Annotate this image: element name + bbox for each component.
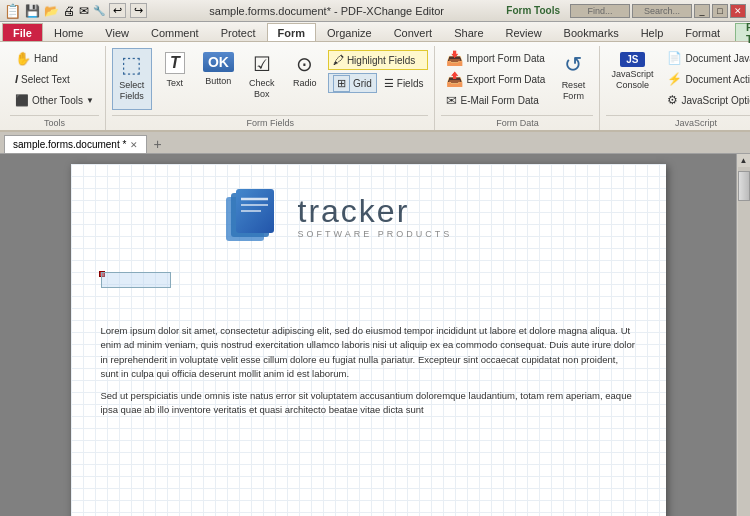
tab-form-tools[interactable]: Form Tools [735,23,750,41]
undo-btn[interactable]: ↩ [109,3,126,18]
tab-protect[interactable]: Protect [210,23,267,41]
quick-access-print[interactable]: 🖨 [63,4,75,18]
reset-label: ResetForm [562,80,586,102]
export-form-data-btn[interactable]: 📤 Export Form Data [441,69,550,89]
minimize-btn[interactable]: _ [694,4,710,18]
redo-btn[interactable]: ↪ [130,3,147,18]
javascript-console-btn[interactable]: JS JavaScriptConsole [606,48,658,110]
js-console-icon: JS [620,52,644,67]
email-form-data-btn[interactable]: ✉ E-Mail Form Data [441,90,550,110]
other-tools-btn[interactable]: ⬛ Other Tools ▼ [10,90,99,110]
scroll-up-btn[interactable]: ▲ [738,154,750,167]
scroll-track[interactable] [738,167,750,516]
highlight-label: Highlight Fields [347,55,415,66]
form-data-right-col: 📥 Import Form Data 📤 Export Form Data ✉ … [441,48,550,110]
tab-close-btn[interactable]: ✕ [130,140,138,150]
other-tools-icon: ⬛ [15,94,29,107]
document-javascript-btn[interactable]: 📄 Document JavaScript [662,48,750,68]
page-canvas: tracker SOFTWARE PRODUCTS Lorem ipsum do… [0,154,736,516]
select-fields-label: SelectFields [119,80,144,102]
highlight-fields-btn[interactable]: 🖍 Highlight Fields [328,50,429,70]
quick-access-save[interactable]: 💾 [25,4,40,18]
tools-group-content: ✋ Hand I Select Text ⬛ Other Tools ▼ [10,46,99,115]
reset-icon: ↺ [564,52,582,78]
select-text-btn[interactable]: I Select Text [10,69,99,89]
reset-form-btn[interactable]: ↺ ResetForm [553,48,593,110]
form-tools-label: Form Tools [506,5,560,16]
tab-share[interactable]: Share [443,23,494,41]
js-options-icon: ⚙ [667,93,678,107]
brand-subtitle: SOFTWARE PRODUCTS [298,229,453,239]
check-box-label: CheckBox [249,78,275,100]
grid-btn[interactable]: ⊞ Grid [328,73,377,93]
new-tab-btn[interactable]: + [147,135,167,153]
close-btn[interactable]: ✕ [730,4,746,18]
check-box-btn[interactable]: ☑ CheckBox [242,48,282,110]
ribbon-group-form-data: 📥 Import Form Data 📤 Export Form Data ✉ … [435,46,600,130]
tab-file[interactable]: File [2,23,43,41]
tab-view[interactable]: View [94,23,140,41]
maximize-btn[interactable]: □ [712,4,728,18]
tab-review[interactable]: Review [495,23,553,41]
search-field[interactable]: Search... [632,4,692,18]
hand-tool-btn[interactable]: ✋ Hand [10,48,99,68]
javascript-options-btn[interactable]: ⚙ JavaScript Options [662,90,750,110]
document-page: tracker SOFTWARE PRODUCTS Lorem ipsum do… [71,164,666,516]
radio-btn[interactable]: ⊙ Radio [285,48,325,110]
import-label: Import Form Data [466,53,544,64]
tab-convert[interactable]: Convert [383,23,444,41]
ribbon-group-tools: ✋ Hand I Select Text ⬛ Other Tools ▼ Too… [4,46,106,130]
logo-text: tracker SOFTWARE PRODUCTS [298,195,453,239]
fields-btn[interactable]: ☰ Fields [379,73,429,93]
find-field[interactable]: Find... [570,4,630,18]
javascript-group-label: JavaScript [606,115,750,130]
dropdown-arrow-icon: ▼ [86,96,94,105]
tab-organize[interactable]: Organize [316,23,383,41]
body-paragraph-1: Lorem ipsum dolor sit amet, consectetur … [101,324,636,381]
main-content: tracker SOFTWARE PRODUCTS Lorem ipsum do… [0,154,750,516]
active-document-tab[interactable]: sample.forms.document * ✕ [4,135,147,153]
grid-icon: ⊞ [333,75,350,92]
scroll-thumb[interactable] [738,171,750,201]
email-label: E-Mail Form Data [460,95,538,106]
radio-label: Radio [293,78,317,88]
check-box-icon: ☑ [253,52,271,76]
tab-form[interactable]: Form [267,23,317,41]
extra-fields-col: 🖍 Highlight Fields ⊞ Grid ☰ Fields [328,48,429,93]
toolbar-arrow[interactable]: 🔧 [93,5,105,16]
doc-actions-icon: ⚡ [667,72,682,86]
import-form-data-btn[interactable]: 📥 Import Form Data [441,48,550,68]
js-col: 📄 Document JavaScript ⚡ Document Actions… [662,48,750,110]
form-fields-group-label: Form Fields [112,115,429,130]
radio-icon: ⊙ [296,52,313,76]
brand-name: tracker [298,195,453,227]
logo-area: tracker SOFTWARE PRODUCTS [221,189,453,244]
ribbon: ✋ Hand I Select Text ⬛ Other Tools ▼ Too… [0,42,750,132]
select-fields-icon: ⬚ [121,52,142,78]
form-field-element[interactable] [101,272,171,288]
vertical-scrollbar[interactable]: ▲ ▼ [736,154,750,516]
text-field-icon: T [165,52,185,74]
select-text-icon: I [15,73,18,85]
button-icon: OK [203,52,234,72]
tab-bookmarks[interactable]: Bookmarks [553,23,630,41]
tab-home[interactable]: Home [43,23,94,41]
ribbon-group-javascript: JS JavaScriptConsole 📄 Document JavaScri… [600,46,750,130]
fields-icon: ☰ [384,77,394,90]
ribbon-tabs: File Home View Comment Protect Form Orga… [0,22,750,42]
quick-access-open[interactable]: 📂 [44,4,59,18]
select-fields-btn[interactable]: ⬚ SelectFields [112,48,152,110]
tab-help[interactable]: Help [630,23,675,41]
document-actions-btn[interactable]: ⚡ Document Actions [662,69,750,89]
button-field-btn[interactable]: OK Button [198,48,239,110]
doc-js-icon: 📄 [667,51,682,65]
quick-access-email[interactable]: ✉ [79,4,89,18]
title-bar-buttons: Form Tools Find... Search... _ □ ✕ [506,4,746,18]
text-label: Text [167,78,184,88]
select-text-label: Select Text [21,74,70,85]
text-field-btn[interactable]: T Text [155,48,195,110]
tab-comment[interactable]: Comment [140,23,210,41]
tab-format[interactable]: Format [674,23,731,41]
tracker-logo-svg [221,189,286,244]
export-label: Export Form Data [466,74,545,85]
